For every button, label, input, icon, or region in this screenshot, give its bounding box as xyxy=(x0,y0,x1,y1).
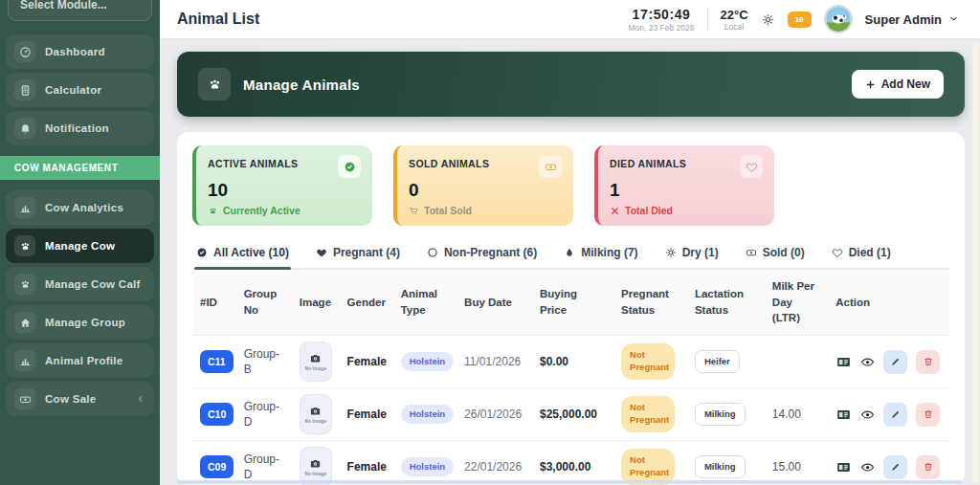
animal-type-badge: Holstein xyxy=(401,405,454,425)
delete-button[interactable] xyxy=(916,403,940,427)
camera-icon xyxy=(309,405,322,417)
sidebar-item-animal-profile[interactable]: Animal Profile xyxy=(6,343,154,378)
delete-button[interactable] xyxy=(916,350,940,374)
group-no-cell: Group-D xyxy=(236,441,292,485)
pencil-icon xyxy=(890,356,902,367)
sidebar-item-dashboard[interactable]: Dashboard xyxy=(6,34,154,69)
chat-notification-icon[interactable]: 10 xyxy=(788,11,812,28)
animal-id-badge[interactable]: C09 xyxy=(200,455,234,478)
module-select-label: Select Module... xyxy=(20,0,107,11)
stat-card-sold: SOLD ANIMALS 0 Total Sold xyxy=(393,145,573,226)
home-icon xyxy=(14,312,35,333)
heart-icon xyxy=(316,247,327,258)
sidebar-item-notification[interactable]: Notification xyxy=(6,111,154,145)
edit-button[interactable] xyxy=(883,403,907,427)
tab-died[interactable]: Died (1) xyxy=(830,241,893,268)
main-area: Animal List 17:50:49 Mon, 23 Feb 2026 22… xyxy=(160,0,980,485)
buy-date-cell: 11/01/2026 xyxy=(457,336,532,388)
banknote-icon xyxy=(14,388,35,409)
col-header-buying-price: Buying Price xyxy=(532,270,613,336)
col-header-buy-date: Buy Date xyxy=(457,270,532,336)
add-new-button[interactable]: Add New xyxy=(852,70,944,99)
animal-type-badge: Holstein xyxy=(401,352,454,372)
tab-non-pregnant[interactable]: Non-Pregnant (6) xyxy=(425,241,539,268)
sidebar-item-cow-analytics[interactable]: Cow Analytics xyxy=(6,190,154,225)
tab-sold[interactable]: Sold (0) xyxy=(744,241,807,268)
sidebar-item-label: Animal Profile xyxy=(45,355,145,366)
user-name: Super Admin xyxy=(865,12,942,27)
sidebar-item-cow-sale[interactable]: Cow Sale xyxy=(6,382,154,416)
add-new-label: Add New xyxy=(881,77,930,91)
sidebar: Select Module... Dashboard Calculator No… xyxy=(0,0,160,485)
animal-id-badge[interactable]: C10 xyxy=(200,403,234,426)
group-no-cell: Group-D xyxy=(236,388,292,441)
animal-type-badge: Holstein xyxy=(401,457,454,477)
clock-date: Mon, 23 Feb 2026 xyxy=(629,23,695,33)
sidebar-item-manage-cow-calf[interactable]: Manage Cow Calf xyxy=(6,267,154,301)
sun-icon xyxy=(665,247,677,258)
user-menu[interactable]: Super Admin xyxy=(865,12,959,27)
tab-milking[interactable]: Milking (7) xyxy=(562,241,639,268)
chevron-left-icon xyxy=(136,394,145,404)
settings-gear-icon[interactable] xyxy=(761,12,775,27)
col-header-lactation-status: Lactation Status xyxy=(687,270,765,336)
lactation-status-badge: Milking xyxy=(695,403,746,427)
animal-image-placeholder[interactable]: No Image xyxy=(300,394,332,434)
trash-icon xyxy=(923,408,934,420)
sidebar-item-label: Cow Sale xyxy=(45,393,126,405)
divider xyxy=(707,8,708,31)
view-button[interactable] xyxy=(860,355,875,369)
clock: 17:50:49 Mon, 23 Feb 2026 xyxy=(629,7,695,33)
sidebar-item-label: Manage Cow Calf xyxy=(45,278,145,290)
stat-card-active: ACTIVE ANIMALS 10 Currently Active xyxy=(192,145,372,226)
delete-button[interactable] xyxy=(916,455,940,479)
filter-tabs: All Active (10) Pregnant (4) Non-Pregnan… xyxy=(192,241,949,270)
pregnant-status-badge: Not Pregnant xyxy=(621,396,675,432)
banner-title: Manage Animals xyxy=(243,77,360,93)
vertical-scrollbar[interactable] xyxy=(972,42,979,482)
group-no-cell: Group-B xyxy=(236,336,292,388)
animal-id-badge[interactable]: C11 xyxy=(200,350,234,373)
tab-pregnant[interactable]: Pregnant (4) xyxy=(314,241,402,268)
animal-image-placeholder[interactable]: No Image xyxy=(300,342,332,382)
droplet-icon xyxy=(564,247,575,258)
lactation-status-badge: Milking xyxy=(695,455,746,479)
table-row: C11 Group-B No Image Female Holstein 11/… xyxy=(192,336,949,388)
clock-time: 17:50:49 xyxy=(629,7,695,22)
sidebar-item-manage-group[interactable]: Manage Group xyxy=(6,305,154,340)
horizontal-scrollbar[interactable] xyxy=(177,480,963,484)
bell-icon xyxy=(14,118,35,139)
edit-button[interactable] xyxy=(883,350,907,374)
heart-outline-icon xyxy=(832,247,843,258)
edit-button[interactable] xyxy=(883,455,907,479)
weather-widget: 22°C Local xyxy=(721,8,748,32)
animal-card-button[interactable] xyxy=(835,407,852,423)
col-header-pregnant-status: Pregnant Status xyxy=(613,270,687,336)
app-window: Select Module... Dashboard Calculator No… xyxy=(0,0,980,485)
bar-chart-icon xyxy=(14,197,35,218)
paw-icon xyxy=(14,274,35,295)
paw-icon xyxy=(208,206,218,216)
view-button[interactable] xyxy=(860,408,875,422)
temperature-value: 22°C xyxy=(721,8,748,22)
sidebar-item-manage-cow[interactable]: Manage Cow xyxy=(6,229,154,263)
animal-card-button[interactable] xyxy=(835,459,852,475)
animal-card-button[interactable] xyxy=(835,354,852,370)
module-select-dropdown[interactable]: Select Module... xyxy=(8,0,152,21)
eye-icon xyxy=(860,408,875,422)
sidebar-item-calculator[interactable]: Calculator xyxy=(6,73,154,107)
chat-badge-count: 10 xyxy=(795,15,804,24)
trash-icon xyxy=(923,461,934,473)
tab-dry[interactable]: Dry (1) xyxy=(663,241,721,268)
stat-value: 10 xyxy=(208,180,361,201)
view-button[interactable] xyxy=(860,460,875,474)
user-avatar[interactable] xyxy=(824,5,853,33)
stat-card-died: DIED ANIMALS 1 Total Died xyxy=(594,145,774,226)
animal-image-placeholder[interactable]: No Image xyxy=(300,447,332,485)
page-title: Animal List xyxy=(177,11,259,28)
lactation-status-badge: Heifer xyxy=(695,350,740,374)
tab-all-active[interactable]: All Active (10) xyxy=(194,241,291,268)
buying-price-cell: $0.00 xyxy=(532,336,613,388)
id-card-icon xyxy=(835,459,852,475)
stat-title: SOLD ANIMALS xyxy=(409,155,489,169)
